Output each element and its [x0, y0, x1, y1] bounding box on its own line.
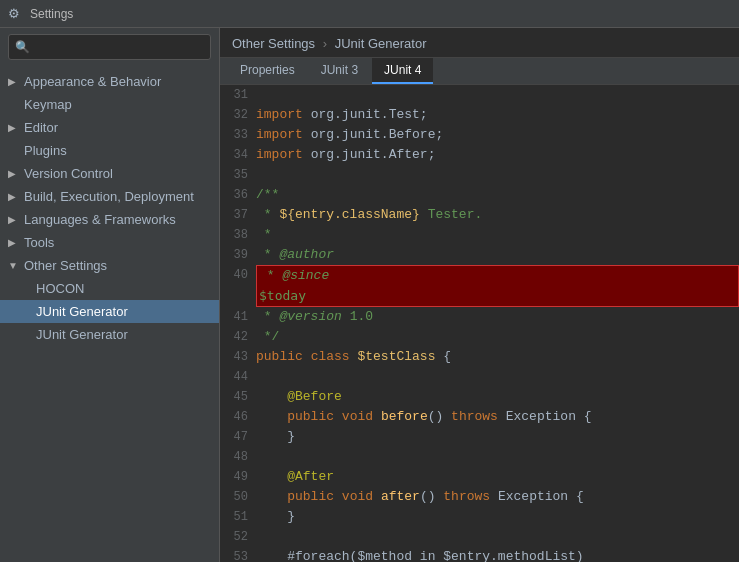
- line-content: @After: [256, 467, 739, 487]
- line-number: 44: [220, 367, 256, 387]
- line-number: 31: [220, 85, 256, 105]
- sidebar-item-build-exec-deploy[interactable]: ▶Build, Execution, Deployment: [0, 185, 219, 208]
- sidebar-item-languages-frameworks[interactable]: ▶Languages & Frameworks: [0, 208, 219, 231]
- line-content: */: [256, 327, 739, 347]
- search-input[interactable]: [34, 40, 204, 54]
- code-line-35: 35: [220, 165, 739, 185]
- line-content: public class $testClass {: [256, 347, 739, 367]
- settings-icon: ⚙: [8, 6, 24, 22]
- code-line-52: 52: [220, 527, 739, 547]
- line-number: 33: [220, 125, 256, 145]
- line-content: * ${entry.className} Tester.: [256, 205, 739, 225]
- arrow-icon: ▶: [8, 237, 20, 248]
- code-line-51: 51 }: [220, 507, 739, 527]
- line-number: 49: [220, 467, 256, 487]
- line-content: * @version 1.0: [256, 307, 739, 327]
- line-number: 48: [220, 447, 256, 467]
- line-content: public void after() throws Exception {: [256, 487, 739, 507]
- line-content: }: [256, 507, 739, 527]
- line-number: 51: [220, 507, 256, 527]
- sidebar-item-tools[interactable]: ▶Tools: [0, 231, 219, 254]
- tab-junit4[interactable]: JUnit 4: [372, 58, 433, 84]
- breadcrumb-current: JUnit Generator: [335, 36, 427, 51]
- line-number: 52: [220, 527, 256, 547]
- search-box[interactable]: 🔍: [8, 34, 211, 60]
- nav-list: ▶Appearance & BehaviorKeymap▶EditorPlugi…: [0, 66, 219, 350]
- arrow-icon: ▶: [8, 168, 20, 179]
- arrow-icon: ▶: [8, 191, 20, 202]
- sidebar-item-editor[interactable]: ▶Editor: [0, 116, 219, 139]
- sidebar-item-keymap[interactable]: Keymap: [0, 93, 219, 116]
- code-line-42: 42 */: [220, 327, 739, 347]
- sidebar-item-other-settings[interactable]: ▼Other Settings: [0, 254, 219, 277]
- line-number: 41: [220, 307, 256, 327]
- sidebar: 🔍 ▶Appearance & BehaviorKeymap▶EditorPlu…: [0, 28, 220, 562]
- line-number: 39: [220, 245, 256, 265]
- line-content: @Before: [256, 387, 739, 407]
- arrow-icon: ▶: [8, 76, 20, 87]
- tabs-bar: PropertiesJUnit 3JUnit 4: [220, 58, 739, 85]
- sidebar-item-version-control[interactable]: ▶Version Control: [0, 162, 219, 185]
- code-line-33: 33import org.junit.Before;: [220, 125, 739, 145]
- sidebar-item-label: Build, Execution, Deployment: [24, 189, 194, 204]
- code-line-40: 40 * @since $today: [220, 265, 739, 307]
- sidebar-item-junit-generator-selected[interactable]: JUnit Generator: [0, 300, 219, 323]
- code-line-37: 37 * ${entry.className} Tester.: [220, 205, 739, 225]
- breadcrumb-separator: ›: [323, 36, 327, 51]
- sidebar-item-label: Tools: [24, 235, 54, 250]
- arrow-icon: ▶: [8, 122, 20, 133]
- code-line-31: 31: [220, 85, 739, 105]
- line-number: 53: [220, 547, 256, 562]
- sidebar-item-label: HOCON: [36, 281, 84, 296]
- sidebar-item-label: Editor: [24, 120, 58, 135]
- arrow-icon: ▶: [8, 214, 20, 225]
- code-line-36: 36/**: [220, 185, 739, 205]
- search-icon: 🔍: [15, 40, 30, 54]
- line-content: import org.junit.After;: [256, 145, 739, 165]
- main-container: 🔍 ▶Appearance & BehaviorKeymap▶EditorPlu…: [0, 28, 739, 562]
- line-number: 36: [220, 185, 256, 205]
- breadcrumb: Other Settings › JUnit Generator: [232, 36, 426, 51]
- sidebar-item-plugins[interactable]: Plugins: [0, 139, 219, 162]
- sidebar-item-hocon[interactable]: HOCON: [0, 277, 219, 300]
- code-line-47: 47 }: [220, 427, 739, 447]
- code-editor: 3132import org.junit.Test;33import org.j…: [220, 85, 739, 562]
- content-area: Other Settings › JUnit Generator Propert…: [220, 28, 739, 562]
- line-content: * @since $today: [256, 265, 739, 307]
- line-number: 45: [220, 387, 256, 407]
- line-content: import org.junit.Test;: [256, 105, 739, 125]
- line-content: }: [256, 427, 739, 447]
- line-content: * @author: [256, 245, 739, 265]
- code-line-53: 53 #foreach($method in $entry.methodList…: [220, 547, 739, 562]
- line-number: 50: [220, 487, 256, 507]
- title-bar: ⚙ Settings: [0, 0, 739, 28]
- line-content: import org.junit.Before;: [256, 125, 739, 145]
- line-number: 43: [220, 347, 256, 367]
- code-line-49: 49 @After: [220, 467, 739, 487]
- line-number: 35: [220, 165, 256, 185]
- sidebar-item-label: Keymap: [24, 97, 72, 112]
- code-line-39: 39 * @author: [220, 245, 739, 265]
- tab-junit3[interactable]: JUnit 3: [309, 58, 370, 84]
- line-number: 37: [220, 205, 256, 225]
- line-number: 47: [220, 427, 256, 447]
- sidebar-item-junit-generator-2[interactable]: JUnit Generator: [0, 323, 219, 346]
- arrow-icon: ▼: [8, 260, 20, 271]
- line-content: public void before() throws Exception {: [256, 407, 739, 427]
- content-header: Other Settings › JUnit Generator: [220, 28, 739, 58]
- sidebar-item-appearance[interactable]: ▶Appearance & Behavior: [0, 70, 219, 93]
- code-line-50: 50 public void after() throws Exception …: [220, 487, 739, 507]
- code-line-32: 32import org.junit.Test;: [220, 105, 739, 125]
- line-content: /**: [256, 185, 739, 205]
- line-number: 42: [220, 327, 256, 347]
- line-number: 32: [220, 105, 256, 125]
- sidebar-item-label: Appearance & Behavior: [24, 74, 161, 89]
- sidebar-item-label: JUnit Generator: [36, 327, 128, 342]
- line-content: #foreach($method in $entry.methodList): [256, 547, 739, 562]
- breadcrumb-parent: Other Settings: [232, 36, 315, 51]
- sidebar-item-label: Other Settings: [24, 258, 107, 273]
- tab-properties[interactable]: Properties: [228, 58, 307, 84]
- line-number: 40: [220, 265, 256, 285]
- code-line-38: 38 *: [220, 225, 739, 245]
- line-content: *: [256, 225, 739, 245]
